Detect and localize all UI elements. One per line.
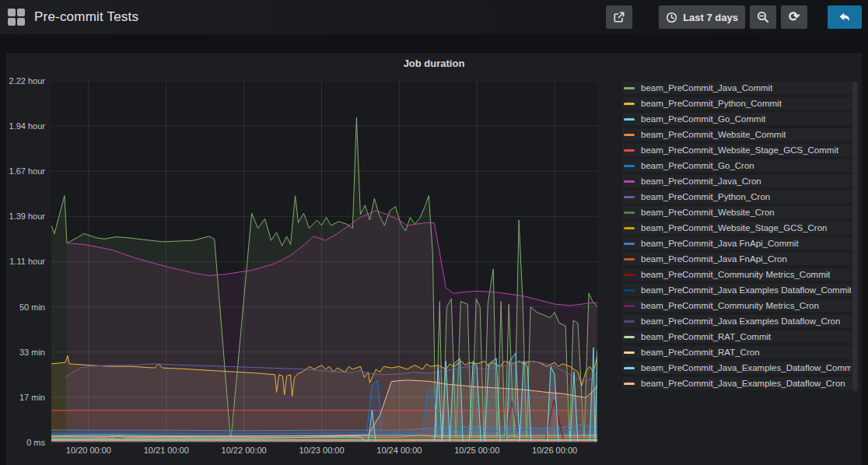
legend-series-label: beam_PreCommit_Java_Commit — [641, 83, 772, 93]
job-duration-panel: Job duration 0 ms17 min33 min50 min1.11 … — [6, 53, 862, 465]
legend-series-dash — [624, 383, 635, 385]
y-tick-label: 1.67 hour — [9, 166, 45, 176]
dashboard-title: Pre-commit Tests — [34, 9, 138, 25]
x-tick-label: 10/26 00:00 — [532, 446, 577, 455]
legend-series-dash — [624, 227, 635, 229]
legend-series-label: beam_PreCommit_Java_Cron — [641, 177, 761, 186]
legend-series-dash — [624, 243, 635, 245]
top-navbar: Pre-commit Tests — [0, 0, 868, 34]
legend-series-label: beam_PreCommit_Website_Stage_GCS_Commit — [641, 145, 838, 155]
plot-area[interactable] — [51, 81, 597, 442]
legend-series-dash — [624, 196, 635, 198]
x-tick-label: 10/20 00:00 — [66, 446, 111, 455]
y-tick-label: 1.94 hour — [9, 121, 45, 131]
x-axis-labels: 10/20 00:0010/21 00:0010/22 00:0010/23 0… — [51, 446, 597, 458]
legend-item[interactable]: beam_PreCommit_Java_Examples_Dataflow_Cr… — [622, 377, 854, 390]
y-tick-label: 2.22 hour — [9, 76, 45, 86]
legend-item[interactable]: beam_PreCommit_Java FnApi_Commit — [622, 237, 854, 250]
legend-item[interactable]: beam_PreCommit_Website_Cron — [622, 206, 854, 219]
legend-series-dash — [624, 87, 635, 89]
legend-series-label: beam_PreCommit_Go_Cron — [641, 161, 754, 170]
legend-series-dash — [624, 258, 635, 260]
x-tick-label: 10/22 00:00 — [222, 446, 267, 455]
legend-item[interactable]: beam_PreCommit_Community Metrics_Cron — [622, 299, 854, 312]
x-tick-label: 10/24 00:00 — [376, 446, 422, 455]
zoom-out-button[interactable] — [750, 5, 776, 29]
share-icon — [613, 11, 625, 23]
back-arrow-icon — [838, 11, 852, 23]
time-range-button[interactable]: Last 7 days — [659, 5, 745, 29]
legend-series-dash — [624, 336, 635, 338]
legend-item[interactable]: beam_PreCommit_Website_Commit — [622, 128, 854, 141]
legend-item[interactable]: beam_PreCommit_Java_Examples_Dataflow_Co… — [622, 362, 854, 374]
legend-series-label: beam_PreCommit_Java Examples Dataflow_Cr… — [641, 316, 840, 326]
legend-item[interactable]: beam_PreCommit_Website_Stage_GCS_Cron — [622, 222, 854, 234]
y-tick-label: 1.39 hour — [9, 212, 45, 221]
legend: beam_PreCommit_Java_Commitbeam_PreCommit… — [622, 82, 854, 393]
legend-series-label: beam_PreCommit_RAT_Cron — [641, 348, 760, 357]
y-axis-labels: 0 ms17 min33 min50 min1.11 hour1.39 hour… — [6, 81, 45, 442]
zoom-out-icon — [757, 11, 769, 23]
legend-item[interactable]: beam_PreCommit_Python_Cron — [622, 191, 854, 203]
legend-series-dash — [624, 289, 635, 292]
grafana-dashboard: Pre-commit Tests — [0, 0, 868, 465]
legend-series-dash — [624, 367, 635, 369]
legend-item[interactable]: beam_PreCommit_Java FnApi_Cron — [622, 253, 854, 265]
legend-item[interactable]: beam_PreCommit_Community Metrics_Commit — [622, 268, 854, 281]
legend-series-dash — [624, 351, 635, 354]
legend-item[interactable]: beam_PreCommit_Go_Commit — [622, 113, 854, 125]
legend-series-dash — [624, 180, 635, 183]
legend-item[interactable]: beam_PreCommit_Java Examples Dataflow_Co… — [622, 284, 854, 296]
legend-series-dash — [624, 165, 635, 167]
x-tick-label: 10/25 00:00 — [454, 446, 499, 455]
legend-series-label: beam_PreCommit_Java FnApi_Commit — [641, 239, 799, 248]
legend-series-label: beam_PreCommit_RAT_Commit — [641, 332, 771, 341]
legend-series-label: beam_PreCommit_Java FnApi_Cron — [641, 254, 787, 264]
legend-series-label: beam_PreCommit_Python_Commit — [641, 99, 782, 108]
legend-item[interactable]: beam_PreCommit_Java_Cron — [622, 175, 854, 187]
legend-item[interactable]: beam_PreCommit_Java_Commit — [622, 82, 854, 94]
legend-series-dash — [624, 274, 635, 276]
legend-item[interactable]: beam_PreCommit_Java Examples Dataflow_Cr… — [622, 315, 854, 327]
legend-series-label: beam_PreCommit_Go_Commit — [641, 114, 765, 124]
legend-series-dash — [624, 134, 635, 136]
x-tick-label: 10/23 00:00 — [299, 446, 344, 455]
clock-icon — [666, 12, 677, 23]
dashboard-picker-icon[interactable] — [8, 9, 25, 26]
refresh-icon: ⟳ — [789, 10, 800, 23]
legend-series-label: beam_PreCommit_Website_Stage_GCS_Cron — [641, 223, 827, 232]
y-tick-label: 33 min — [19, 348, 45, 357]
legend-series-label: beam_PreCommit_Java Examples Dataflow_Co… — [641, 285, 851, 295]
legend-series-label: beam_PreCommit_Java_Examples_Dataflow_Co… — [641, 363, 851, 372]
legend-series-dash — [624, 149, 635, 152]
x-tick-label: 10/21 00:00 — [144, 446, 189, 455]
legend-item[interactable]: beam_PreCommit_Website_Stage_GCS_Commit — [622, 144, 854, 156]
time-range-label: Last 7 days — [683, 12, 738, 23]
legend-series-dash — [624, 118, 635, 121]
legend-series-label: beam_PreCommit_Website_Cron — [641, 208, 775, 217]
y-tick-label: 50 min — [19, 302, 45, 312]
legend-series-label: beam_PreCommit_Community Metrics_Commit — [641, 270, 830, 279]
y-tick-label: 1.11 hour — [9, 257, 45, 266]
panel-title[interactable]: Job duration — [6, 58, 862, 69]
share-button[interactable] — [606, 5, 632, 29]
legend-series-label: beam_PreCommit_Community Metrics_Cron — [641, 301, 819, 310]
legend-series-dash — [624, 320, 635, 323]
plot-svg — [51, 81, 597, 442]
legend-item[interactable]: beam_PreCommit_Python_Commit — [622, 97, 854, 110]
y-tick-label: 0 ms — [26, 438, 45, 447]
legend-series-dash — [624, 212, 635, 214]
legend-scrollbar[interactable] — [852, 82, 858, 391]
legend-series-dash — [624, 305, 635, 307]
y-tick-label: 17 min — [19, 393, 45, 402]
back-button[interactable] — [828, 5, 862, 29]
legend-item[interactable]: beam_PreCommit_Go_Cron — [622, 159, 854, 172]
legend-item[interactable]: beam_PreCommit_RAT_Cron — [622, 346, 854, 358]
legend-item[interactable]: beam_PreCommit_RAT_Commit — [622, 330, 854, 343]
refresh-button[interactable]: ⟳ — [781, 5, 807, 29]
legend-series-dash — [624, 103, 635, 105]
legend-series-label: beam_PreCommit_Python_Cron — [641, 192, 770, 201]
legend-series-label: beam_PreCommit_Java_Examples_Dataflow_Cr… — [641, 379, 845, 388]
legend-series-label: beam_PreCommit_Website_Commit — [641, 130, 786, 139]
